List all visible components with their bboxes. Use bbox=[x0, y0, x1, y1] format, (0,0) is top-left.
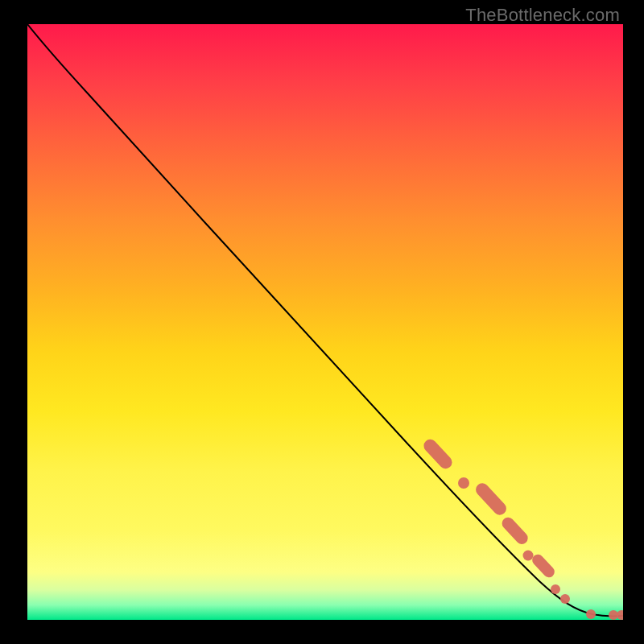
watermark-label: TheBottleneck.com bbox=[465, 5, 620, 26]
marker-pill bbox=[473, 481, 509, 518]
chart-svg bbox=[27, 24, 623, 620]
bottleneck-curve-path bbox=[27, 24, 623, 617]
marker-pill bbox=[421, 436, 455, 471]
marker-dot bbox=[560, 594, 570, 604]
marker-pill bbox=[500, 515, 530, 547]
marker-dot bbox=[523, 551, 534, 561]
chart-frame: TheBottleneck.com bbox=[0, 0, 644, 644]
marker-dot bbox=[551, 584, 560, 594]
marker-dot bbox=[458, 477, 469, 489]
marker-dot bbox=[586, 609, 596, 619]
plot-area bbox=[27, 24, 623, 620]
marker-dot bbox=[617, 610, 623, 620]
marker-group bbox=[421, 436, 623, 620]
